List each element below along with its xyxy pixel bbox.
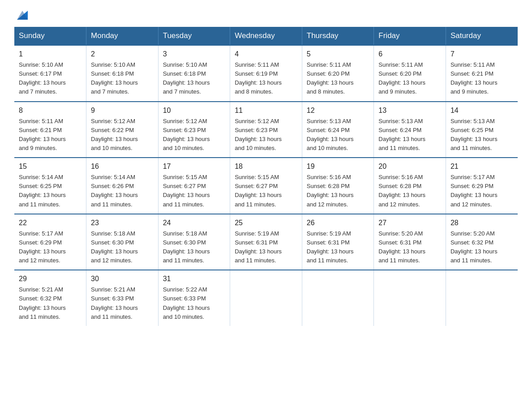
- weekday-header-saturday: Saturday: [446, 27, 518, 45]
- day-number: 15: [19, 161, 82, 172]
- day-number: 7: [450, 49, 513, 60]
- day-info: Sunrise: 5:16 AMSunset: 6:28 PMDaylight:…: [307, 173, 369, 209]
- calendar-cell: 8Sunrise: 5:11 AMSunset: 6:21 PMDaylight…: [14, 102, 86, 158]
- day-number: 8: [19, 105, 82, 116]
- calendar-week-row: 15Sunrise: 5:14 AMSunset: 6:25 PMDayligh…: [14, 158, 518, 214]
- day-info: Sunrise: 5:15 AMSunset: 6:27 PMDaylight:…: [235, 173, 297, 209]
- calendar-cell: 11Sunrise: 5:12 AMSunset: 6:23 PMDayligh…: [230, 102, 302, 158]
- day-number: 24: [163, 218, 226, 228]
- day-info: Sunrise: 5:11 AMSunset: 6:20 PMDaylight:…: [378, 60, 441, 97]
- day-number: 5: [307, 49, 369, 60]
- day-info: Sunrise: 5:11 AMSunset: 6:21 PMDaylight:…: [450, 60, 513, 97]
- header: [14, 11, 518, 19]
- day-number: 30: [91, 274, 154, 284]
- day-info: Sunrise: 5:16 AMSunset: 6:28 PMDaylight:…: [378, 173, 441, 209]
- calendar-cell: 5Sunrise: 5:11 AMSunset: 6:20 PMDaylight…: [302, 45, 374, 102]
- calendar-cell: [446, 270, 518, 326]
- day-info: Sunrise: 5:11 AMSunset: 6:21 PMDaylight:…: [19, 117, 82, 153]
- day-number: 23: [91, 218, 154, 228]
- calendar-cell: 2Sunrise: 5:10 AMSunset: 6:18 PMDaylight…: [86, 45, 159, 102]
- day-info: Sunrise: 5:13 AMSunset: 6:24 PMDaylight:…: [378, 117, 441, 153]
- day-number: 1: [19, 49, 82, 60]
- day-number: 25: [235, 218, 297, 228]
- day-info: Sunrise: 5:18 AMSunset: 6:30 PMDaylight:…: [91, 229, 154, 265]
- calendar-cell: 21Sunrise: 5:17 AMSunset: 6:29 PMDayligh…: [446, 158, 518, 214]
- calendar-cell: 9Sunrise: 5:12 AMSunset: 6:22 PMDaylight…: [86, 102, 159, 158]
- calendar-cell: 24Sunrise: 5:18 AMSunset: 6:30 PMDayligh…: [158, 214, 230, 270]
- day-number: 26: [307, 218, 369, 228]
- calendar-cell: 16Sunrise: 5:14 AMSunset: 6:26 PMDayligh…: [86, 158, 159, 214]
- weekday-header-sunday: Sunday: [14, 27, 86, 45]
- day-number: 17: [163, 161, 226, 172]
- day-number: 4: [235, 49, 297, 60]
- calendar-cell: 23Sunrise: 5:18 AMSunset: 6:30 PMDayligh…: [86, 214, 159, 270]
- day-number: 10: [163, 105, 226, 116]
- day-number: 14: [450, 105, 513, 116]
- day-number: 20: [378, 161, 441, 172]
- calendar-cell: 27Sunrise: 5:20 AMSunset: 6:31 PMDayligh…: [374, 214, 446, 270]
- day-info: Sunrise: 5:17 AMSunset: 6:29 PMDaylight:…: [19, 229, 82, 265]
- calendar-cell: 10Sunrise: 5:12 AMSunset: 6:23 PMDayligh…: [158, 102, 230, 158]
- calendar-cell: 17Sunrise: 5:15 AMSunset: 6:27 PMDayligh…: [158, 158, 230, 214]
- calendar-cell: 14Sunrise: 5:13 AMSunset: 6:25 PMDayligh…: [446, 102, 518, 158]
- day-info: Sunrise: 5:13 AMSunset: 6:25 PMDaylight:…: [450, 117, 513, 153]
- day-number: 21: [450, 161, 513, 172]
- calendar-cell: [230, 270, 302, 326]
- day-info: Sunrise: 5:21 AMSunset: 6:32 PMDaylight:…: [19, 285, 82, 321]
- calendar-week-row: 8Sunrise: 5:11 AMSunset: 6:21 PMDaylight…: [14, 102, 518, 158]
- day-info: Sunrise: 5:11 AMSunset: 6:19 PMDaylight:…: [235, 60, 297, 97]
- weekday-header-thursday: Thursday: [302, 27, 374, 45]
- calendar-cell: 12Sunrise: 5:13 AMSunset: 6:24 PMDayligh…: [302, 102, 374, 158]
- day-info: Sunrise: 5:20 AMSunset: 6:32 PMDaylight:…: [450, 229, 513, 265]
- calendar-cell: 25Sunrise: 5:19 AMSunset: 6:31 PMDayligh…: [230, 214, 302, 270]
- day-info: Sunrise: 5:11 AMSunset: 6:20 PMDaylight:…: [307, 60, 369, 97]
- day-info: Sunrise: 5:21 AMSunset: 6:33 PMDaylight:…: [91, 285, 154, 321]
- day-number: 27: [378, 218, 441, 228]
- calendar-week-row: 1Sunrise: 5:10 AMSunset: 6:17 PMDaylight…: [14, 45, 518, 102]
- calendar-week-row: 22Sunrise: 5:17 AMSunset: 6:29 PMDayligh…: [14, 214, 518, 270]
- day-info: Sunrise: 5:22 AMSunset: 6:33 PMDaylight:…: [163, 285, 226, 321]
- calendar-cell: 29Sunrise: 5:21 AMSunset: 6:32 PMDayligh…: [14, 270, 86, 326]
- day-number: 12: [307, 105, 369, 116]
- day-info: Sunrise: 5:10 AMSunset: 6:18 PMDaylight:…: [163, 60, 226, 97]
- calendar-cell: 1Sunrise: 5:10 AMSunset: 6:17 PMDaylight…: [14, 45, 86, 102]
- day-number: 9: [91, 105, 154, 116]
- weekday-header-tuesday: Tuesday: [158, 27, 230, 45]
- calendar-cell: 22Sunrise: 5:17 AMSunset: 6:29 PMDayligh…: [14, 214, 86, 270]
- day-info: Sunrise: 5:19 AMSunset: 6:31 PMDaylight:…: [307, 229, 369, 265]
- day-info: Sunrise: 5:15 AMSunset: 6:27 PMDaylight:…: [163, 173, 226, 209]
- calendar-week-row: 29Sunrise: 5:21 AMSunset: 6:32 PMDayligh…: [14, 270, 518, 326]
- calendar-cell: 20Sunrise: 5:16 AMSunset: 6:28 PMDayligh…: [374, 158, 446, 214]
- calendar-table: SundayMondayTuesdayWednesdayThursdayFrid…: [14, 27, 518, 326]
- day-number: 19: [307, 161, 369, 172]
- day-number: 13: [378, 105, 441, 116]
- calendar-cell: 4Sunrise: 5:11 AMSunset: 6:19 PMDaylight…: [230, 45, 302, 102]
- calendar-cell: 3Sunrise: 5:10 AMSunset: 6:18 PMDaylight…: [158, 45, 230, 102]
- day-number: 3: [163, 49, 226, 60]
- weekday-header-monday: Monday: [86, 27, 159, 45]
- day-info: Sunrise: 5:19 AMSunset: 6:31 PMDaylight:…: [235, 229, 297, 265]
- day-number: 18: [235, 161, 297, 172]
- day-number: 28: [450, 218, 513, 228]
- day-number: 6: [378, 49, 441, 60]
- day-info: Sunrise: 5:17 AMSunset: 6:29 PMDaylight:…: [450, 173, 513, 209]
- logo-area: [14, 11, 28, 19]
- weekday-header-friday: Friday: [374, 27, 446, 45]
- day-number: 16: [91, 161, 154, 172]
- day-number: 2: [91, 49, 154, 60]
- calendar-cell: 19Sunrise: 5:16 AMSunset: 6:28 PMDayligh…: [302, 158, 374, 214]
- day-info: Sunrise: 5:12 AMSunset: 6:23 PMDaylight:…: [163, 117, 226, 153]
- day-info: Sunrise: 5:10 AMSunset: 6:18 PMDaylight:…: [91, 60, 154, 97]
- day-info: Sunrise: 5:18 AMSunset: 6:30 PMDaylight:…: [163, 229, 226, 265]
- calendar-cell: 18Sunrise: 5:15 AMSunset: 6:27 PMDayligh…: [230, 158, 302, 214]
- day-number: 11: [235, 105, 297, 116]
- day-info: Sunrise: 5:14 AMSunset: 6:25 PMDaylight:…: [19, 173, 82, 209]
- day-number: 31: [163, 274, 226, 284]
- day-info: Sunrise: 5:13 AMSunset: 6:24 PMDaylight:…: [307, 117, 369, 153]
- calendar-cell: 28Sunrise: 5:20 AMSunset: 6:32 PMDayligh…: [446, 214, 518, 270]
- calendar-cell: 30Sunrise: 5:21 AMSunset: 6:33 PMDayligh…: [86, 270, 159, 326]
- calendar-cell: 26Sunrise: 5:19 AMSunset: 6:31 PMDayligh…: [302, 214, 374, 270]
- logo-line1: [14, 11, 28, 21]
- day-number: 22: [19, 218, 82, 228]
- weekday-header-wednesday: Wednesday: [230, 27, 302, 45]
